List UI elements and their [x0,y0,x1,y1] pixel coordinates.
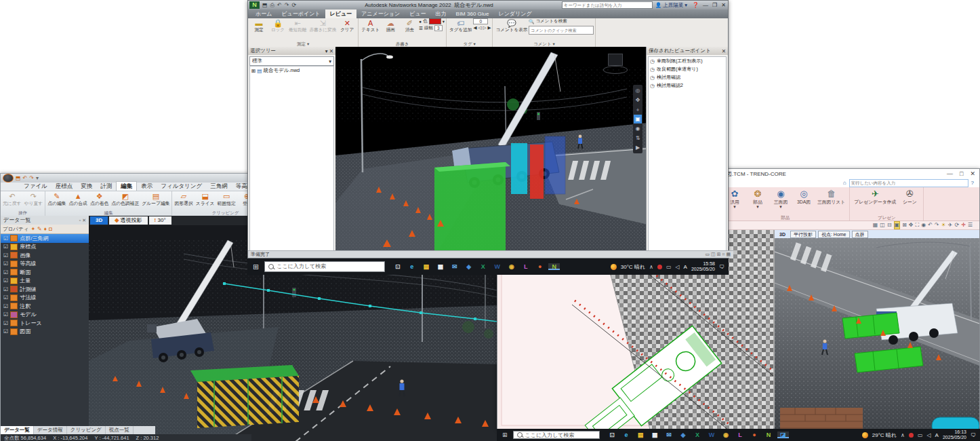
notification-icon[interactable]: 🗨 [719,264,724,270]
status-icons[interactable]: ▭ ◫ ⊞ ⌗ ▦ [706,252,731,257]
help-icon[interactable]: ❓ [692,2,699,8]
help-icon[interactable]: ? [971,180,974,186]
qat-undo-icon[interactable]: ↶ [277,2,282,8]
weather-text[interactable]: 29°C 晴れ [872,432,897,439]
merge-points-button[interactable]: ▲点の合成 [68,191,89,210]
taskbar-search[interactable]: ここに入力して検索 [513,431,600,440]
qat-redo-icon[interactable]: ↷ [285,2,289,8]
range-button[interactable]: ▭範囲指定 [216,191,237,210]
selection-tree-list[interactable]: ⊞ ▤ 統合モデル.nwd [249,66,334,251]
mail-icon[interactable]: ✉ [449,263,460,270]
tab-animation[interactable]: アニメーション [356,9,405,18]
select-cursor-icon[interactable]: ▶ [634,143,642,152]
checkbox-icon[interactable]: ☑ [3,269,8,275]
panel-edit-icon[interactable]: ✦ [30,226,35,232]
qat-refresh-icon[interactable]: ⟳ [291,2,296,8]
checkbox-icon[interactable]: ☑ [3,252,8,258]
tree-item-drawing[interactable]: ☑図面 [1,328,89,337]
navisworks-taskbar-icon[interactable]: N [548,263,560,270]
viewpoint-item[interactable]: ◷改良範囲(車道寄り) [649,65,726,73]
checkbox-icon[interactable]: ☑ [3,235,8,242]
navisworks-app-icon[interactable]: N [249,1,260,9]
ime-indicator[interactable]: A [935,432,939,438]
move-icon[interactable]: ✛ [961,222,966,229]
navisworks-taskbar-icon[interactable]: N [763,432,775,438]
file-explorer-icon[interactable]: ▤ [420,263,432,270]
erase-button[interactable]: ✐消去 [400,18,419,33]
minimize-button[interactable]: — [947,170,953,177]
shortest-distance-button[interactable]: ⇤最短距離 [287,18,308,33]
slice-button[interactable]: ⬓スライス [195,191,216,210]
show-comments-button[interactable]: 💬コメントを表示 [494,18,529,33]
tab-viewpoint[interactable]: ビューポイント [277,9,325,18]
tree-item-contour[interactable]: ☑等高線 [1,260,89,269]
orbit-icon[interactable]: ◉ [634,124,642,133]
maximize-button[interactable]: □ [960,170,963,177]
maps-icon[interactable]: ◈ [463,263,474,270]
view-cube-ring[interactable] [603,66,628,74]
app-menu-button[interactable] [3,174,14,183]
tree-item-volume[interactable]: ☑土量 [1,277,89,286]
redo-icon[interactable]: ↷ [29,176,34,181]
view-tab-angle[interactable]: ! 30° [149,216,171,225]
edit-points-button[interactable]: ✎点の編集 [46,191,67,210]
checkbox-icon[interactable]: ☑ [3,320,8,326]
navis-help-search[interactable] [562,1,653,9]
tree-item-model[interactable]: ☑モデル [1,311,89,320]
convert-redline-button[interactable]: ⇲赤書きに変換 [308,18,338,33]
add-tag-button[interactable]: 🏷タグを追加 [448,18,473,33]
tree-item-dimension[interactable]: ☑寸法線 [1,294,89,303]
tab-display[interactable]: 表示 [137,182,157,191]
view-label-pointcloud[interactable]: 点群 [852,231,868,238]
tree-item-measurement[interactable]: ☑計測値 [1,285,89,294]
shape-select-button[interactable]: ▱図形選択 [173,191,194,210]
close-button[interactable]: ✕ [721,2,726,8]
tab-file[interactable]: ファイル [20,182,52,191]
checkbox-icon[interactable]: ☑ [3,303,8,309]
light-icon[interactable]: ☀ [941,222,946,229]
zoom-window-icon[interactable]: ⊠ [902,222,907,229]
checkbox-icon[interactable]: ☑ [3,277,8,284]
taskbar-search[interactable]: ここに入力して検索 [264,261,385,273]
tree-item-annotation[interactable]: ☑注釈 [1,302,89,311]
tab-points[interactable]: 座標点 [52,182,77,191]
group-edit-button[interactable]: ▤グループ編集 [140,191,171,210]
undo-icon[interactable]: ↶ [928,222,933,229]
start-button[interactable]: ⊞ [247,263,264,271]
checkbox-icon[interactable]: ☑ [3,286,8,292]
tag-nav-arrows[interactable]: ◀◁▷▶ [473,25,491,31]
close-button[interactable]: ✕ [970,170,975,177]
word-icon[interactable]: W [706,432,718,438]
linewidth-value[interactable]: 3 [434,25,443,31]
notification-icon[interactable]: 🗨 [971,432,976,438]
minimize-button[interactable]: — [703,2,708,8]
clock[interactable]: 16:13 2025/05/20 [943,429,966,441]
tree-item-coords[interactable]: ☑座標点 [1,243,89,252]
tab-bim360[interactable]: BIM 360 Glue [451,9,494,18]
mail-icon[interactable]: ✉ [663,432,675,438]
chrome-icon[interactable]: ◉ [506,263,517,270]
checkbox-icon[interactable]: ☑ [3,244,8,250]
ime-indicator[interactable]: A [684,264,687,270]
tab-output[interactable]: 出力 [431,9,451,18]
tree-item-image[interactable]: ☑画像 [1,251,89,260]
excel-icon[interactable]: X [477,263,489,270]
line-icon[interactable]: L [735,432,746,438]
volume-icon[interactable]: ◁ [926,432,931,438]
checkbox-icon[interactable]: ☑ [3,261,8,267]
tab-filtering[interactable]: フィルタリング [157,182,206,191]
undo-button[interactable]: ↶元に戻す [1,191,23,210]
panel-pen-icon[interactable]: ✎ [37,226,42,232]
home-icon[interactable]: ⌂ [843,180,846,186]
panel-close-icon[interactable]: ▾ ✕ [325,48,333,54]
save-icon[interactable]: ⬒ [16,176,21,181]
three-view-list-button[interactable]: 🗑三面図リスト [815,187,847,214]
tree-root-item[interactable]: ⊞ ▤ 統合モデル.nwd [250,66,333,75]
refresh-icon[interactable]: ⟳ [954,222,959,229]
panel-camera-icon[interactable]: ◘ [49,226,52,232]
viewpoint-item[interactable]: ◷検討用確認2 [649,81,726,90]
redo-icon[interactable]: ↷ [935,222,939,229]
layout-2-icon[interactable]: ◫ [880,222,885,229]
tab-rendering[interactable]: レンダリング [493,9,536,18]
measure-button[interactable]: ▬測定 [249,18,268,33]
